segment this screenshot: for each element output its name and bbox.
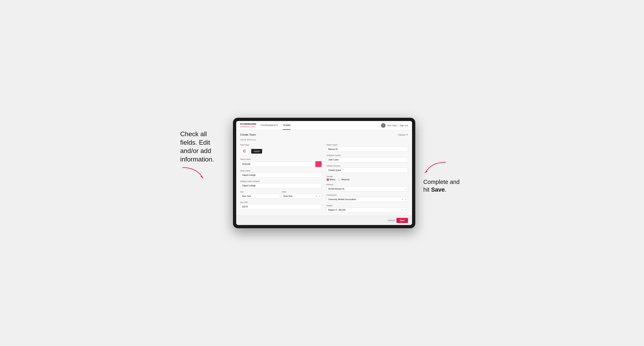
state-clear-icon[interactable]: ✕ (316, 195, 317, 197)
nav-links: TOURNAMENTS TEAMS (260, 121, 291, 130)
conference-clear-icon[interactable]: ✕ (402, 198, 404, 200)
close-icon: ✕ (406, 133, 408, 136)
state-label: State (282, 191, 322, 193)
form-grid: Team logo C Upload Team colour (240, 144, 408, 212)
division-section: Division NCAA Division III ▾ (326, 183, 408, 191)
gender-womens-radio[interactable]: Womens (338, 178, 350, 181)
logo-upload-row: C Upload (240, 147, 322, 156)
save-button[interactable]: Save (396, 218, 408, 223)
region-select-wrapper: Region II - (M) DIII ✕ ▾ (326, 207, 408, 212)
mens-radio-dot (326, 178, 329, 181)
annotation-left: Check all fields. Edit and/or add inform… (180, 118, 225, 184)
division-label: Division (326, 183, 408, 185)
conference-select-wrapper: University Athletic Association ✕ ▾ (326, 197, 408, 202)
colour-swatch[interactable] (315, 161, 322, 167)
city-group: City (240, 191, 280, 199)
athletic-director-field[interactable] (326, 168, 408, 173)
annotation-right: Complete and hit Save. (424, 118, 464, 193)
zip-label: Zip code (240, 201, 322, 203)
city-state-section: City State New York ✕ (240, 191, 322, 199)
tablet-screen: SCOREBOARD Powered by clippt TOURNAMENTS… (236, 121, 412, 225)
conference-select[interactable]: University Athletic Association (326, 197, 408, 202)
upload-button[interactable]: Upload (251, 149, 262, 154)
tablet-device: SCOREBOARD Powered by clippt TOURNAMENTS… (233, 118, 415, 228)
region-section: Region Region II - (M) DIII ✕ ▾ (326, 204, 408, 212)
conference-label: Conference (326, 194, 408, 196)
gender-section: Gender Mens Womens (326, 175, 408, 181)
main-content: Create Team Cancel ✕ TEAM DETAILS Team l… (236, 130, 412, 216)
nav-bar: SCOREBOARD Powered by clippt TOURNAMENTS… (236, 121, 412, 130)
form-left: Team logo C Upload Team colour (240, 144, 322, 212)
womens-radio-dot (338, 178, 340, 181)
division-select-wrapper: NCAA Division III ▾ (326, 186, 408, 191)
team-name-field[interactable] (240, 173, 322, 178)
city-field[interactable] (240, 194, 280, 199)
conference-section: Conference University Athletic Associati… (326, 194, 408, 202)
colour-text-field[interactable] (240, 162, 315, 167)
state-select-wrapper: New York ✕ ▾ (282, 194, 322, 199)
city-state-row: City State New York ✕ (240, 191, 322, 199)
division-select[interactable]: NCAA Division III (326, 186, 408, 191)
head-coach-section: Head Coach (326, 144, 408, 152)
state-group: State New York ✕ ▾ (282, 191, 322, 199)
zip-section: Zip code (240, 201, 322, 209)
gender-label: Gender (326, 175, 408, 177)
gender-row: Mens Womens (326, 178, 408, 181)
team-colour-section: Team colour (240, 158, 322, 167)
assistant-coach-field[interactable] (326, 157, 408, 162)
display-name-section: Display name (unique) (240, 180, 322, 188)
team-colour-label: Team colour (240, 158, 322, 160)
team-name-label: Team name (240, 170, 322, 172)
user-avatar: T (381, 123, 386, 128)
region-clear-icon[interactable]: ✕ (402, 209, 404, 211)
assistant-coach-section: Assistant Coach (326, 154, 408, 162)
arrow-right-icon (424, 160, 448, 176)
team-logo-section: Team logo C Upload (240, 144, 322, 156)
nav-right: T Test User | Sign out (381, 123, 408, 128)
nav-teams[interactable]: TEAMS (283, 121, 291, 130)
team-name-section: Team name (240, 170, 322, 178)
display-name-label: Display name (unique) (240, 180, 322, 182)
form-right: Head Coach Assistant Coach Athletic Dire… (326, 144, 408, 212)
athletic-director-section: Athletic Director (326, 165, 408, 173)
page-title: Create Team (240, 133, 256, 136)
colour-input-row (240, 161, 322, 167)
arrow-left-icon (180, 166, 204, 182)
region-label: Region (326, 204, 408, 207)
region-select[interactable]: Region II - (M) DIII (326, 207, 408, 212)
svg-marker-1 (424, 170, 428, 173)
form-footer: Cancel Save (236, 216, 412, 225)
cancel-x-button[interactable]: Cancel ✕ (398, 133, 408, 136)
head-coach-field[interactable] (326, 147, 408, 152)
city-label: City (240, 191, 280, 193)
gender-mens-radio[interactable]: Mens (326, 178, 335, 181)
nav-tournaments[interactable]: TOURNAMENTS (260, 121, 278, 130)
svg-marker-0 (200, 176, 204, 179)
head-coach-label: Head Coach (326, 144, 408, 146)
page-header: Create Team Cancel ✕ (240, 133, 408, 136)
logo-circle: C (240, 147, 249, 156)
cancel-button[interactable]: Cancel (388, 219, 394, 222)
section-label: TEAM DETAILS (240, 139, 408, 141)
assistant-coach-label: Assistant Coach (326, 154, 408, 157)
athletic-director-label: Athletic Director (326, 165, 408, 167)
display-name-field[interactable] (240, 183, 322, 188)
zip-field[interactable] (240, 204, 322, 209)
arrow-right (424, 160, 464, 178)
team-logo-label: Team logo (240, 144, 322, 146)
app-logo: SCOREBOARD Powered by clippt (240, 123, 256, 128)
sign-out-link[interactable]: Sign out (400, 124, 408, 127)
